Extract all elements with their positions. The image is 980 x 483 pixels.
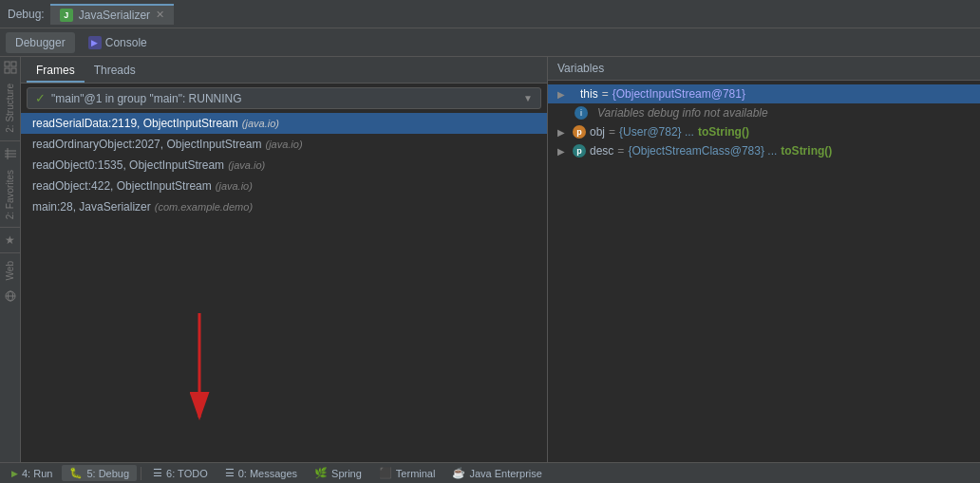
frame-method: readSerialData:2119, ObjectInputStream (32, 117, 238, 130)
java-enterprise-tab[interactable]: ☕ Java Enterprise (444, 465, 549, 481)
frame-item[interactable]: readObject:422, ObjectInputStream (java.… (21, 176, 547, 196)
var-tostring-obj[interactable]: toString() (698, 125, 749, 139)
var-equals: = (617, 144, 624, 158)
terminal-tab[interactable]: ⬛ Terminal (371, 465, 443, 481)
spring-tab[interactable]: 🌿 Spring (307, 465, 369, 481)
todo-icon: ☰ (153, 467, 162, 479)
var-value-desc: {ObjectStreamClass@783} ... (628, 144, 777, 158)
var-tostring-desc[interactable]: toString() (781, 144, 832, 158)
frame-item[interactable]: readSerialData:2119, ObjectInputStream (… (21, 113, 547, 134)
frame-location: (java.io) (216, 180, 253, 192)
expand-icon[interactable]: ▶ (557, 146, 569, 157)
star-icon[interactable]: ★ (3, 232, 18, 248)
svg-rect-0 (5, 62, 9, 66)
frame-method: readOrdinaryObject:2027, ObjectInputStre… (32, 138, 261, 151)
var-name-this: this (580, 87, 598, 101)
thread-dropdown-arrow[interactable]: ▼ (523, 93, 533, 103)
var-equals: = (609, 125, 615, 139)
sidebar-divider-3 (0, 252, 20, 253)
terminal-icon: ⬛ (379, 467, 392, 479)
tab-name: JavaSerializer (79, 9, 150, 22)
threads-tab[interactable]: Threads (85, 60, 145, 83)
frame-method: readObject:422, ObjectInputStream (32, 179, 212, 193)
frame-location: (java.io) (228, 159, 265, 171)
frame-location: (java.io) (242, 118, 279, 129)
run-icon: ▶ (11, 469, 18, 478)
debug-tab[interactable]: 🐛 5: Debug (62, 465, 137, 481)
svg-rect-1 (11, 62, 16, 66)
console-icon: ▶ (88, 36, 102, 49)
debug-label: Debug: (8, 8, 45, 21)
var-equals: = (602, 87, 609, 101)
status-divider (141, 467, 141, 480)
frames-list: readSerialData:2119, ObjectInputStream (… (21, 113, 547, 462)
frames-tab[interactable]: Frames (27, 60, 85, 83)
toolbar: Debugger ▶ Console (0, 28, 980, 57)
panel-tabs: Frames Threads (21, 57, 547, 84)
debug-panel: Frames Threads ✓ "main"@1 in group "main… (21, 57, 548, 462)
sidebar-divider-1 (0, 140, 20, 141)
messages-icon: ☰ (225, 467, 235, 479)
messages-tab[interactable]: ☰ 0: Messages (217, 465, 305, 481)
sidebar-icon-top[interactable] (3, 60, 18, 75)
structure-label[interactable]: 2: Structure (5, 78, 15, 139)
info-badge: i (575, 106, 588, 120)
debug-icon: 🐛 (69, 467, 83, 479)
variable-desc[interactable]: ▶ p desc = {ObjectStreamClass@783} ... t… (548, 141, 980, 160)
thread-check-icon: ✓ (35, 91, 46, 105)
var-name-desc: desc (590, 144, 613, 158)
java-enterprise-icon: ☕ (452, 467, 465, 479)
var-value-obj: {User@782} ... (619, 125, 694, 139)
svg-rect-2 (5, 68, 9, 73)
frame-location: (java.io) (265, 139, 302, 150)
thread-text: "main"@1 in group "main": RUNNING (51, 92, 523, 105)
web-label[interactable]: Web (5, 255, 15, 286)
expand-icon[interactable]: ▶ (557, 89, 569, 100)
variable-this[interactable]: ▶ this = {ObjectInputStream@781} (548, 84, 980, 103)
thread-selector[interactable]: ✓ "main"@1 in group "main": RUNNING ▼ (27, 87, 541, 109)
spring-icon: 🌿 (314, 467, 328, 479)
sidebar-strip: 2: Structure 2: Favorites ★ Web (0, 57, 21, 462)
type-badge-p: p (573, 125, 586, 139)
run-tab[interactable]: ▶ 4: Run (4, 466, 60, 481)
grid-icon[interactable] (3, 146, 18, 161)
todo-tab[interactable]: ☰ 6: TODO (145, 465, 216, 481)
type-badge-p-teal: p (573, 144, 586, 158)
expand-icon[interactable]: ▶ (557, 127, 569, 138)
status-bar: ▶ 4: Run 🐛 5: Debug ☰ 6: TODO ☰ 0: Messa… (0, 462, 980, 483)
favorites-label[interactable]: 2: Favorites (5, 164, 15, 225)
debugger-tab[interactable]: Debugger (6, 32, 75, 53)
sidebar-divider-2 (0, 227, 20, 228)
variable-obj[interactable]: ▶ p obj = {User@782} ... toString() (548, 122, 980, 141)
console-tab[interactable]: ▶ Console (79, 32, 157, 53)
close-tab-button[interactable]: ✕ (156, 9, 164, 21)
globe-icon[interactable] (3, 288, 18, 304)
var-value-this: {ObjectInputStream@781} (612, 87, 745, 101)
frame-item[interactable]: readObject0:1535, ObjectInputStream (jav… (21, 155, 547, 176)
title-bar: Debug: J JavaSerializer ✕ (0, 0, 980, 28)
var-info-text: Variables debug info not available (597, 106, 768, 120)
frame-location: (com.example.demo) (155, 201, 253, 213)
variable-debug-info: i Variables debug info not available (548, 103, 980, 122)
variables-header: Variables (548, 57, 980, 81)
variables-list: ▶ this = {ObjectInputStream@781} i Varia… (548, 81, 980, 462)
frame-item[interactable]: readOrdinaryObject:2027, ObjectInputStre… (21, 134, 547, 155)
frame-item[interactable]: main:28, JavaSerializer (com.example.dem… (21, 196, 547, 217)
var-name-obj: obj (590, 125, 605, 139)
frame-method: readObject0:1535, ObjectInputStream (32, 158, 224, 172)
svg-rect-3 (11, 68, 16, 73)
variables-panel: Variables ▶ this = {ObjectInputStream@78… (548, 57, 980, 462)
java-icon: J (60, 9, 73, 22)
frame-method: main:28, JavaSerializer (32, 200, 151, 214)
title-tab[interactable]: J JavaSerializer ✕ (50, 4, 174, 25)
